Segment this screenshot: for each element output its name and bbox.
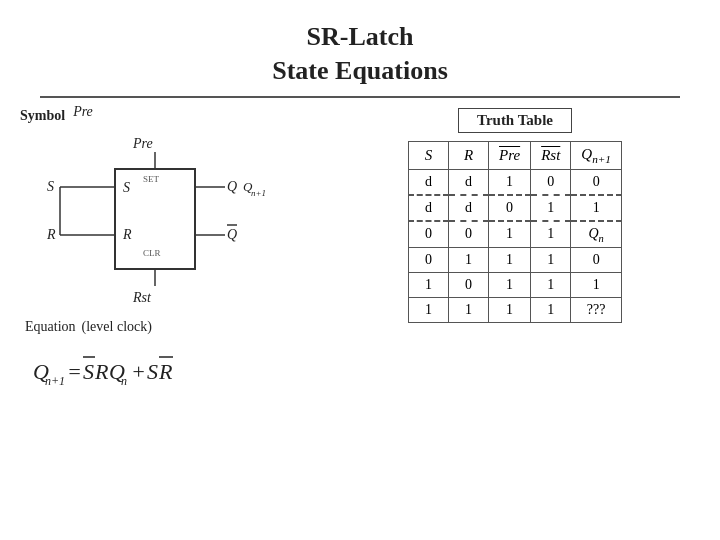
truth-table-title: Truth Table — [458, 108, 572, 133]
cell-s: 1 — [409, 273, 449, 298]
col-qn1: Qn+1 — [571, 141, 622, 169]
cell-r: 0 — [449, 273, 489, 298]
cell-s: 0 — [409, 248, 449, 273]
svg-text:Rst: Rst — [132, 290, 152, 305]
cell-rst: 1 — [531, 298, 571, 323]
table-row-dashed: d d 0 1 1 — [409, 195, 622, 221]
svg-text:n+1: n+1 — [251, 188, 266, 198]
svg-text:S: S — [83, 359, 94, 384]
truth-table: S R Pre Rst Qn+1 d d 1 0 — [408, 141, 622, 324]
cell-r: 1 — [449, 298, 489, 323]
equation-label: Equation — [25, 319, 76, 335]
cell-pre: 1 — [489, 169, 531, 195]
svg-text:Q: Q — [227, 179, 237, 194]
svg-text:n: n — [121, 374, 127, 388]
svg-text:Q: Q — [227, 227, 237, 242]
cell-r: d — [449, 169, 489, 195]
col-pre: Pre — [489, 141, 531, 169]
svg-text:CLR: CLR — [143, 248, 161, 258]
svg-text:SET: SET — [143, 174, 160, 184]
latch-diagram: S R SET CLR S R — [25, 134, 285, 319]
table-row: d d 1 0 0 — [409, 169, 622, 195]
cell-q: 1 — [571, 273, 622, 298]
cell-pre: 1 — [489, 298, 531, 323]
cell-r: 1 — [449, 248, 489, 273]
table-row: 0 0 1 1 Qn — [409, 221, 622, 248]
truth-table-body: d d 1 0 0 d d 0 1 1 — [409, 169, 622, 323]
table-row: 1 1 1 1 ??? — [409, 298, 622, 323]
cell-rst: 1 — [531, 195, 571, 221]
right-panel: Truth Table S R Pre Rst Qn+1 — [330, 108, 700, 324]
cell-pre: 1 — [489, 273, 531, 298]
table-header-row: S R Pre Rst Qn+1 — [409, 141, 622, 169]
cell-s: 0 — [409, 221, 449, 248]
cell-q: 0 — [571, 169, 622, 195]
page: SR-Latch State Equations Symbol Pre S R — [0, 0, 720, 540]
formula-svg: Q n+1 = S R Q n + — [33, 341, 253, 391]
cell-rst: 1 — [531, 221, 571, 248]
cell-pre: 1 — [489, 221, 531, 248]
svg-text:=: = — [67, 359, 82, 384]
table-row: 0 1 1 1 0 — [409, 248, 622, 273]
main-content: Symbol Pre S R SET CLR — [20, 108, 700, 397]
title-line2: State Equations — [20, 54, 700, 88]
pre-label: Pre — [73, 104, 93, 120]
left-panel: Symbol Pre S R SET CLR — [20, 108, 320, 397]
svg-text:S: S — [123, 180, 130, 195]
cell-rst: 1 — [531, 248, 571, 273]
svg-text:Pre: Pre — [132, 136, 153, 151]
col-rst: Rst — [531, 141, 571, 169]
cell-r: d — [449, 195, 489, 221]
svg-text:R: R — [158, 359, 173, 384]
cell-s: d — [409, 195, 449, 221]
svg-text:S: S — [47, 179, 54, 194]
cell-q: 0 — [571, 248, 622, 273]
title-line1: SR-Latch — [20, 20, 700, 54]
table-row: 1 0 1 1 1 — [409, 273, 622, 298]
title-area: SR-Latch State Equations — [20, 20, 700, 88]
svg-text:R: R — [122, 227, 132, 242]
latch-svg: S R SET CLR S R — [25, 134, 285, 319]
svg-text:S: S — [147, 359, 158, 384]
cell-rst: 0 — [531, 169, 571, 195]
cell-s: d — [409, 169, 449, 195]
cell-s: 1 — [409, 298, 449, 323]
divider — [40, 96, 680, 98]
svg-text:R: R — [94, 359, 109, 384]
col-r: R — [449, 141, 489, 169]
equation-formula: Q n+1 = S R Q n + — [33, 341, 320, 397]
svg-text:R: R — [46, 227, 56, 242]
cell-pre: 0 — [489, 195, 531, 221]
equation-sublabel: (level clock) — [82, 319, 152, 335]
svg-text:n+1: n+1 — [45, 374, 65, 388]
cell-q: 1 — [571, 195, 622, 221]
cell-q: Qn — [571, 221, 622, 248]
cell-pre: 1 — [489, 248, 531, 273]
cell-r: 0 — [449, 221, 489, 248]
svg-text:+: + — [131, 359, 146, 384]
cell-rst: 1 — [531, 273, 571, 298]
symbol-label: Symbol — [20, 108, 65, 124]
col-s: S — [409, 141, 449, 169]
cell-q: ??? — [571, 298, 622, 323]
equation-section: Equation (level clock) Q n+1 = S — [25, 319, 320, 397]
